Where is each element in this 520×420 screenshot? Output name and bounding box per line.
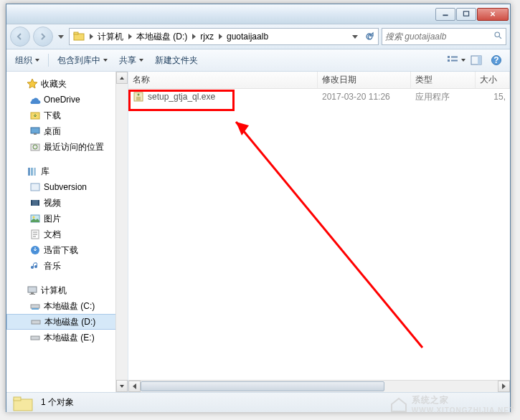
sidebar-music[interactable]: 音乐 — [6, 258, 128, 274]
tree-label: 本地磁盘 (D:) — [44, 316, 95, 328]
file-date: 2017-03-20 11:26 — [322, 92, 415, 102]
tree-label: 音乐 — [44, 260, 61, 272]
svg-rect-1 — [463, 11, 468, 16]
svg-rect-8 — [451, 60, 458, 62]
refresh-button[interactable] — [362, 29, 377, 44]
breadcrumb-sep[interactable] — [126, 29, 134, 44]
breadcrumb-root-sep[interactable] — [87, 29, 95, 44]
separator — [48, 54, 49, 67]
video-icon — [29, 197, 41, 209]
minimize-button[interactable] — [435, 8, 455, 21]
sidebar-recent[interactable]: 最近访问的位置 — [6, 139, 128, 155]
breadcrumb-guotaijaalb[interactable]: guotaijaalb — [224, 29, 270, 44]
svg-marker-40 — [236, 122, 249, 135]
help-button[interactable]: ? — [487, 52, 506, 69]
scroll-down-button[interactable] — [116, 380, 128, 392]
column-date[interactable]: 修改日期 — [318, 72, 411, 88]
computer-label: 计算机 — [41, 285, 67, 297]
scroll-up-button[interactable] — [116, 72, 128, 84]
scroll-thumb[interactable] — [141, 381, 384, 391]
svg-rect-14 — [31, 128, 39, 133]
preview-pane-button[interactable] — [467, 52, 486, 69]
column-size[interactable]: 大小 — [476, 72, 510, 88]
svg-point-26 — [33, 216, 35, 219]
nav-history-dropdown[interactable] — [56, 29, 66, 44]
file-name: setup_gtja_ql.exe — [148, 92, 215, 102]
annotation-arrow — [222, 111, 430, 355]
sidebar-documents[interactable]: 文档 — [6, 226, 128, 242]
include-in-library-menu[interactable]: 包含到库中 — [53, 52, 112, 69]
file-row[interactable]: setup_gtja_ql.exe 2017-03-20 11:26 应用程序 … — [128, 89, 510, 105]
share-menu[interactable]: 共享 — [115, 52, 148, 69]
scroll-left-button[interactable] — [128, 381, 141, 392]
search-box[interactable] — [382, 28, 506, 45]
tree-label: 本地磁盘 (C:) — [44, 300, 95, 312]
tree-label: OneDrive — [44, 95, 80, 105]
sidebar-xunlei[interactable]: 迅雷下载 — [6, 242, 128, 258]
tree-label: Subversion — [44, 182, 87, 192]
scroll-track[interactable] — [141, 381, 498, 392]
libraries-group[interactable]: 库 — [6, 163, 128, 179]
column-type[interactable]: 类型 — [411, 72, 476, 88]
svg-rect-33 — [32, 308, 39, 310]
title-bar[interactable] — [6, 4, 510, 24]
subversion-icon — [29, 181, 41, 193]
documents-icon — [29, 229, 41, 240]
sidebar-videos[interactable]: 视频 — [6, 195, 128, 211]
organize-label: 组织 — [15, 54, 32, 67]
breadcrumb-sep[interactable] — [189, 29, 198, 44]
tree-label: 图片 — [44, 213, 61, 225]
watermark-url: WWW.XITONGZHIJIA.NET — [412, 406, 514, 414]
sidebar-downloads[interactable]: 下载 — [6, 108, 128, 123]
onedrive-icon — [29, 94, 41, 105]
file-list-pane[interactable]: 名称 修改日期 类型 大小 setup_gtja_ql.exe 2017-03-… — [128, 72, 510, 392]
sidebar-scrollbar[interactable] — [115, 72, 128, 392]
scroll-right-button[interactable] — [498, 381, 510, 392]
svg-rect-29 — [28, 287, 37, 292]
breadcrumb-drive-d[interactable]: 本地磁盘 (D:) — [134, 29, 189, 44]
computer-group[interactable]: 计算机 — [6, 282, 128, 298]
column-name[interactable]: 名称 — [128, 72, 318, 88]
favorites-group[interactable]: 收藏夹 — [6, 76, 128, 92]
breadcrumb-rjxz[interactable]: rjxz — [198, 29, 216, 44]
nav-back-button[interactable] — [10, 27, 30, 47]
newfolder-label: 新建文件夹 — [155, 54, 198, 67]
sidebar-desktop[interactable]: 桌面 — [6, 123, 128, 139]
organize-menu[interactable]: 组织 — [11, 52, 44, 69]
sidebar-drive-d[interactable]: 本地磁盘 (D:) — [6, 314, 128, 330]
command-bar: 组织 包含到库中 共享 新建文件夹 ? — [6, 49, 510, 72]
address-dropdown[interactable] — [348, 29, 362, 44]
horizontal-scrollbar[interactable] — [128, 380, 510, 392]
tree-label: 迅雷下载 — [44, 244, 78, 257]
new-folder-button[interactable]: 新建文件夹 — [151, 52, 202, 69]
view-mode-button[interactable] — [447, 52, 465, 69]
watermark-icon — [389, 394, 409, 414]
tree-label: 桌面 — [44, 125, 61, 138]
recent-icon — [29, 141, 41, 153]
sidebar-subversion[interactable]: Subversion — [6, 179, 128, 195]
sidebar-drive-c[interactable]: 本地磁盘 (C:) — [6, 298, 128, 314]
sidebar-pictures[interactable]: 图片 — [6, 211, 128, 226]
svg-rect-0 — [443, 14, 448, 16]
navigation-bar: 计算机 本地磁盘 (D:) rjxz guotaijaalb — [6, 24, 510, 49]
sidebar-drive-e[interactable]: 本地磁盘 (E:) — [6, 330, 128, 345]
music-icon — [29, 260, 41, 272]
explorer-window: 计算机 本地磁盘 (D:) rjxz guotaijaalb 组织 包含到库中 … — [6, 4, 511, 412]
tree-label: 本地磁盘 (E:) — [44, 332, 95, 344]
breadcrumb-computer[interactable]: 计算机 — [95, 29, 126, 44]
drive-icon — [30, 316, 42, 328]
svg-rect-3 — [74, 32, 78, 34]
close-button[interactable] — [477, 8, 509, 21]
address-bar[interactable]: 计算机 本地磁盘 (D:) rjxz guotaijaalb — [69, 28, 379, 45]
navigation-pane[interactable]: 收藏夹 OneDrive 下载 桌面 最近访问的位置 库 Subversion … — [6, 72, 128, 392]
pictures-icon — [29, 213, 41, 224]
svg-point-38 — [138, 94, 140, 96]
sidebar-onedrive[interactable]: OneDrive — [6, 92, 128, 108]
folder-icon — [12, 395, 35, 411]
svg-rect-34 — [32, 320, 40, 324]
search-input[interactable] — [385, 32, 493, 42]
breadcrumb-sep[interactable] — [216, 29, 224, 44]
svg-rect-24 — [38, 200, 39, 206]
nav-forward-button[interactable] — [33, 27, 53, 47]
maximize-button[interactable] — [456, 8, 476, 21]
